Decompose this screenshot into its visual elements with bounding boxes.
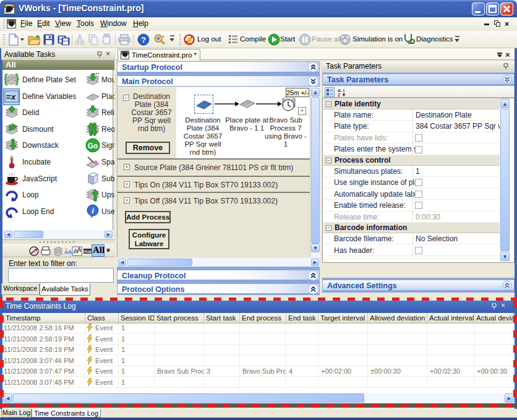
svg-text:}: } — [15, 72, 19, 85]
svg-text:A: A — [338, 88, 341, 93]
svg-text:x: x — [11, 92, 16, 101]
svg-text:Go: Go — [88, 142, 98, 150]
svg-text:=: = — [6, 92, 11, 101]
svg-text:i: i — [92, 206, 94, 215]
svg-text:{: { — [4, 72, 8, 85]
svg-text:Z: Z — [338, 93, 341, 97]
svg-text:?: ? — [141, 35, 146, 45]
svg-text:OTHER: OTHER — [83, 250, 92, 254]
